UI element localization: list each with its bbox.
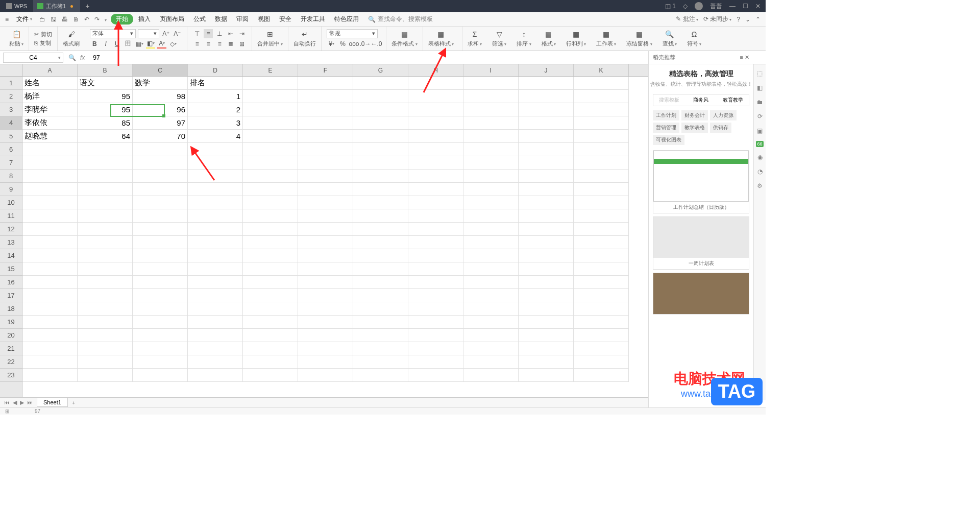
add-sheet-button[interactable]: + <box>68 400 79 406</box>
cell-E2[interactable] <box>243 90 298 103</box>
cell-F5[interactable] <box>298 130 353 143</box>
cell-E9[interactable] <box>243 183 298 196</box>
cell-J8[interactable] <box>519 170 574 183</box>
cell-F9[interactable] <box>298 183 353 196</box>
cell-K16[interactable] <box>574 276 629 289</box>
cell-A21[interactable] <box>22 342 78 355</box>
font-color-button[interactable]: A <box>157 39 166 49</box>
cell-G3[interactable] <box>353 103 408 116</box>
tab-devtools[interactable]: 开发工具 <box>297 15 329 23</box>
table-style-button[interactable]: ▦表格样式 <box>426 30 456 47</box>
cell-E6[interactable] <box>243 143 298 156</box>
cell-K18[interactable] <box>574 302 629 316</box>
cell-G4[interactable] <box>353 116 408 130</box>
cell-D2[interactable]: 1 <box>188 90 243 103</box>
italic-button[interactable]: I <box>101 39 110 49</box>
align-right-button[interactable]: ≡ <box>215 39 224 49</box>
select-all-corner[interactable] <box>0 64 22 77</box>
cell-B6[interactable] <box>78 143 133 156</box>
format-painter-button[interactable]: 🖌格式刷 <box>61 30 82 47</box>
cell-F1[interactable] <box>298 77 353 90</box>
cell-C11[interactable] <box>133 209 188 223</box>
panel-close-icon[interactable]: ✕ <box>745 54 749 60</box>
cell-A16[interactable] <box>22 276 78 289</box>
sync-button[interactable]: ⟳ 未同步 <box>703 15 732 23</box>
cell-K13[interactable] <box>574 236 629 249</box>
cell-D21[interactable] <box>188 342 243 355</box>
number-format-selector[interactable]: 常规▾ <box>327 29 378 38</box>
cell-I5[interactable] <box>463 130 519 143</box>
cell-G21[interactable] <box>353 342 408 355</box>
row-head-23[interactable]: 23 <box>0 369 22 382</box>
cell-G17[interactable] <box>353 289 408 302</box>
cell-H12[interactable] <box>408 223 463 236</box>
cell-D1[interactable]: 排名 <box>188 77 243 90</box>
cell-A14[interactable] <box>22 249 78 262</box>
row-head-16[interactable]: 16 <box>0 276 22 289</box>
template-card-3[interactable] <box>653 273 749 315</box>
cell-G22[interactable] <box>353 355 408 369</box>
tab-formula[interactable]: 公式 <box>189 15 210 23</box>
cell-J3[interactable] <box>519 103 574 116</box>
cell-B10[interactable] <box>78 196 133 209</box>
cell-A19[interactable] <box>22 316 78 329</box>
cell-H13[interactable] <box>408 236 463 249</box>
tab-layout[interactable]: 页面布局 <box>156 15 188 23</box>
cell-K7[interactable] <box>574 156 629 170</box>
row-head-7[interactable]: 7 <box>0 156 22 170</box>
cell-K20[interactable] <box>574 329 629 342</box>
cell-I15[interactable] <box>463 262 519 276</box>
cell-I21[interactable] <box>463 342 519 355</box>
cell-I11[interactable] <box>463 209 519 223</box>
tag-教学表格[interactable]: 教学表格 <box>681 123 708 133</box>
ribbon-min-icon[interactable]: ⌄ <box>745 16 750 23</box>
justify-button[interactable]: ≣ <box>226 39 235 49</box>
qat-preview-icon[interactable]: 🗎 <box>73 16 79 23</box>
cell-F16[interactable] <box>298 276 353 289</box>
row-head-3[interactable]: 3 <box>0 103 22 116</box>
cell-D18[interactable] <box>188 302 243 316</box>
cell-F11[interactable] <box>298 209 353 223</box>
font-selector[interactable]: 宋体▾ <box>90 29 136 38</box>
align-middle-button[interactable]: ≡ <box>204 29 213 38</box>
cell-H11[interactable] <box>408 209 463 223</box>
qat-more-icon[interactable] <box>105 16 107 23</box>
col-head-K[interactable]: K <box>574 64 629 76</box>
row-head-11[interactable]: 11 <box>0 209 22 223</box>
cell-F2[interactable] <box>298 90 353 103</box>
increase-decimal-button[interactable]: .0→ <box>360 39 370 49</box>
cell-J23[interactable] <box>519 369 574 382</box>
fx-label-icon[interactable]: fx <box>80 54 85 61</box>
tab-home[interactable]: 开始 <box>111 14 133 25</box>
cell-J9[interactable] <box>519 183 574 196</box>
symbol-button[interactable]: Ω符号 <box>685 30 703 47</box>
align-top-button[interactable]: ⊤ <box>192 29 202 38</box>
cell-A23[interactable] <box>22 369 78 382</box>
row-head-21[interactable]: 21 <box>0 342 22 355</box>
cell-D23[interactable] <box>188 369 243 382</box>
cell-G1[interactable] <box>353 77 408 90</box>
sheet-nav-last[interactable]: ⏭ <box>27 399 33 406</box>
increase-font-button[interactable]: A⁺ <box>161 29 170 38</box>
cell-J22[interactable] <box>519 355 574 369</box>
cell-B1[interactable]: 语文 <box>78 77 133 90</box>
cell-H6[interactable] <box>408 143 463 156</box>
cell-D11[interactable] <box>188 209 243 223</box>
sidebar-style-icon[interactable]: ◧ <box>756 84 764 92</box>
sidebar-help-icon[interactable]: ▣ <box>756 127 764 135</box>
cell-G16[interactable] <box>353 276 408 289</box>
cell-B3[interactable]: 95 <box>78 103 133 116</box>
cell-J15[interactable] <box>519 262 574 276</box>
clear-format-button[interactable]: ◇ <box>168 39 178 49</box>
cell-H16[interactable] <box>408 276 463 289</box>
cell-D14[interactable] <box>188 249 243 262</box>
cell-I2[interactable] <box>463 90 519 103</box>
cell-E10[interactable] <box>243 196 298 209</box>
template-card-1[interactable]: 工作计划总结（日历版） <box>653 150 749 213</box>
cell-C20[interactable] <box>133 329 188 342</box>
file-menu[interactable]: 文件 <box>13 15 35 23</box>
cell-J7[interactable] <box>519 156 574 170</box>
cell-F18[interactable] <box>298 302 353 316</box>
col-head-I[interactable]: I <box>463 64 519 76</box>
col-head-D[interactable]: D <box>188 64 243 76</box>
